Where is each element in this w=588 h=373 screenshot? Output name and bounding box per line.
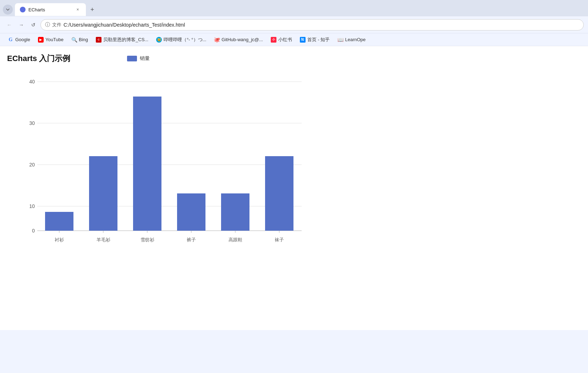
new-tab-button[interactable]: + bbox=[87, 5, 97, 15]
bookmark-csdn[interactable]: C 贝勒里恩的博客_CS... bbox=[92, 35, 152, 44]
bookmark-learnope-label: LearnOpe bbox=[345, 37, 366, 42]
learnope-favicon: 📖 bbox=[337, 37, 343, 43]
tab-close-button[interactable]: × bbox=[75, 6, 81, 13]
bookmark-bilibili[interactable]: 🐱 哔哩哔哩（°- °）つ... bbox=[153, 35, 210, 44]
back-button[interactable]: ← bbox=[4, 20, 14, 30]
svg-text:20: 20 bbox=[29, 162, 35, 168]
bookmark-google-label: Google bbox=[15, 37, 30, 42]
forward-button[interactable]: → bbox=[16, 20, 26, 30]
bookmark-learnope[interactable]: 📖 LearnOpe bbox=[334, 36, 369, 44]
svg-text:高跟鞋: 高跟鞋 bbox=[229, 237, 242, 242]
bar-kuzi bbox=[177, 193, 205, 231]
chart-header: ECharts 入门示例 销量 bbox=[7, 53, 581, 64]
chart-container: 0 10 20 30 40 衬衫 羊毛衫 雪纺衫 裤子 高跟鞋 bbox=[18, 67, 309, 252]
svg-text:衬衫: 衬衫 bbox=[55, 237, 64, 242]
svg-text:袜子: 袜子 bbox=[275, 237, 284, 242]
bookmark-bing-label: Bing bbox=[79, 37, 88, 42]
svg-text:羊毛衫: 羊毛衫 bbox=[97, 237, 110, 242]
xiaohongshu-favicon: 小 bbox=[271, 37, 276, 43]
refresh-button[interactable]: ↺ bbox=[28, 20, 38, 30]
active-tab[interactable]: ECharts × bbox=[15, 3, 86, 16]
zhihu-favicon: 知 bbox=[300, 37, 306, 43]
bookmark-zhihu-label: 首页 - 知乎 bbox=[307, 37, 330, 43]
csdn-favicon: C bbox=[96, 37, 101, 43]
svg-text:0: 0 bbox=[32, 228, 35, 234]
legend-color-swatch bbox=[127, 56, 137, 61]
browser-chrome: ECharts × + ← → ↺ ⓘ 文件 C:/Users/wangjich… bbox=[0, 0, 588, 46]
bookmark-github[interactable]: 🐙 GitHub-wang_jc@... bbox=[210, 36, 266, 44]
legend-label-text: 销量 bbox=[140, 55, 150, 62]
bookmark-youtube-label: YouTube bbox=[45, 37, 64, 42]
svg-point-0 bbox=[21, 8, 24, 11]
bookmark-bilibili-label: 哔哩哔哩（°- °）つ... bbox=[164, 37, 206, 43]
bookmark-bing[interactable]: 🔍 Bing bbox=[68, 36, 92, 44]
tab-dropdown-button[interactable] bbox=[3, 5, 13, 15]
bar-yangmaoshan bbox=[89, 156, 117, 231]
svg-text:10: 10 bbox=[29, 203, 35, 209]
bookmark-zhihu[interactable]: 知 首页 - 知乎 bbox=[296, 35, 334, 44]
bar-gaogengxie bbox=[221, 193, 249, 231]
bookmark-csdn-label: 贝勒里恩的博客_CS... bbox=[103, 37, 148, 43]
youtube-favicon: ▶ bbox=[38, 37, 44, 43]
bar-xuefangshan bbox=[133, 97, 161, 231]
svg-text:雪纺衫: 雪纺衫 bbox=[141, 237, 154, 242]
nav-bar: ← → ↺ ⓘ 文件 C:/Users/wangjichuan/Desktop/… bbox=[0, 16, 588, 33]
svg-text:裤子: 裤子 bbox=[187, 237, 196, 242]
svg-text:40: 40 bbox=[29, 79, 35, 84]
info-icon: ⓘ bbox=[45, 22, 50, 28]
chart-title: ECharts 入门示例 bbox=[7, 53, 70, 64]
bookmark-xiaohongshu-label: 小红书 bbox=[278, 37, 292, 43]
svg-text:30: 30 bbox=[29, 120, 35, 126]
bar-wazi bbox=[265, 156, 293, 231]
tab-title-text: ECharts bbox=[28, 7, 72, 12]
bookmark-xiaohongshu[interactable]: 小 小红书 bbox=[267, 35, 296, 44]
github-favicon: 🐙 bbox=[214, 37, 220, 43]
page-content: ECharts 入门示例 销量 0 10 20 30 40 bbox=[0, 46, 588, 330]
bookmark-github-label: GitHub-wang_jc@... bbox=[221, 37, 263, 42]
address-type-label: 文件 bbox=[52, 22, 61, 28]
bar-chenshan bbox=[45, 212, 73, 231]
address-bar[interactable]: ⓘ 文件 C:/Users/wangjichuan/Desktop/echart… bbox=[40, 19, 584, 31]
bookmarks-bar: G Google ▶ YouTube 🔍 Bing C 贝勒里恩的博客_CS..… bbox=[0, 33, 588, 46]
bookmark-youtube[interactable]: ▶ YouTube bbox=[34, 36, 67, 44]
chart-svg: 0 10 20 30 40 衬衫 羊毛衫 雪纺衫 裤子 高跟鞋 bbox=[18, 67, 309, 252]
address-url-text: C:/Users/wangjichuan/Desktop/echarts_Tes… bbox=[64, 22, 185, 28]
tab-bar: ECharts × + bbox=[0, 0, 588, 16]
bookmark-google[interactable]: G Google bbox=[4, 36, 34, 44]
tab-favicon bbox=[20, 7, 26, 12]
bing-favicon: 🔍 bbox=[71, 37, 77, 43]
chart-legend: 销量 bbox=[127, 55, 150, 62]
bilibili-favicon: 🐱 bbox=[156, 37, 162, 43]
google-favicon: G bbox=[8, 37, 13, 43]
